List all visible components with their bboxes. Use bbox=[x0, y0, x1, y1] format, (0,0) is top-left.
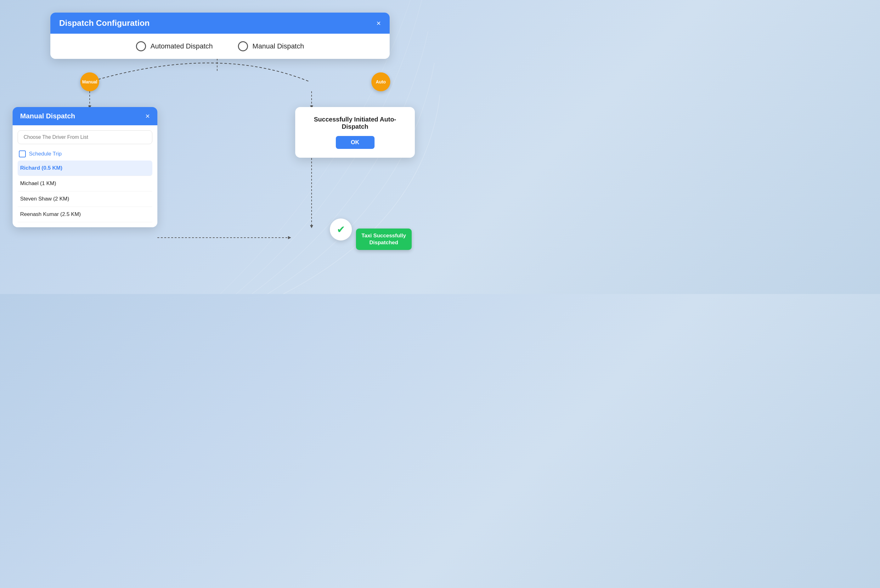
automated-dispatch-label: Automated Dispatch bbox=[150, 42, 213, 50]
driver-name: Reenash Kumar bbox=[20, 211, 59, 217]
dispatch-config-close[interactable]: × bbox=[376, 20, 381, 27]
driver-distance: (1 KM) bbox=[40, 180, 56, 186]
auto-dispatch-modal: Successfully Initiated Auto-Dispatch OK bbox=[295, 107, 415, 158]
manual-dispatch-option[interactable]: Manual Dispatch bbox=[238, 41, 304, 51]
driver-item[interactable]: Richard (0.5 KM) bbox=[18, 160, 152, 176]
driver-distance: (2 KM) bbox=[53, 196, 69, 202]
driver-search-input[interactable] bbox=[18, 130, 152, 144]
svg-marker-8 bbox=[288, 236, 291, 239]
driver-distance: (2.5 KM) bbox=[60, 211, 81, 217]
taxi-badge-line1: Taxi Successfully bbox=[361, 232, 406, 238]
driver-name: Steven Shaw bbox=[20, 196, 52, 202]
manual-dispatch-header: Manual Dispatch × bbox=[13, 107, 157, 125]
manual-dispatch-body: Schedule Trip Richard (0.5 KM) Michael (… bbox=[13, 125, 157, 227]
manual-dispatch-label: Manual Dispatch bbox=[252, 42, 304, 50]
auto-dispatch-message: Successfully Initiated Auto-Dispatch bbox=[305, 116, 405, 130]
driver-item[interactable]: Michael (1 KM) bbox=[18, 176, 152, 191]
svg-marker-6 bbox=[310, 225, 313, 228]
driver-list: Richard (0.5 KM) Michael (1 KM) Steven S… bbox=[18, 160, 152, 222]
canvas: Dispatch Configuration × Automated Dispa… bbox=[0, 0, 440, 294]
dispatch-config-header: Dispatch Configuration × bbox=[50, 13, 390, 34]
taxi-dispatched-badge: Taxi Successfully Dispatched bbox=[356, 228, 412, 250]
dispatch-config-body: Automated Dispatch Manual Dispatch bbox=[50, 34, 390, 59]
manual-dispatch-modal: Manual Dispatch × Schedule Trip Richard … bbox=[13, 107, 157, 227]
automated-dispatch-radio[interactable] bbox=[136, 41, 146, 51]
dispatch-config-title: Dispatch Configuration bbox=[59, 18, 150, 28]
schedule-trip-row: Schedule Trip bbox=[18, 148, 152, 160]
dispatch-config-modal: Dispatch Configuration × Automated Dispa… bbox=[50, 13, 390, 59]
automated-dispatch-option[interactable]: Automated Dispatch bbox=[136, 41, 213, 51]
manual-dispatch-close[interactable]: × bbox=[145, 112, 150, 120]
taxi-badge-line2: Dispatched bbox=[369, 240, 398, 246]
manual-dispatch-title: Manual Dispatch bbox=[20, 112, 75, 120]
driver-item[interactable]: Reenash Kumar (2.5 KM) bbox=[18, 207, 152, 222]
check-circle: ✔ bbox=[330, 219, 352, 240]
auto-label-badge: Auto bbox=[372, 72, 390, 91]
schedule-trip-label: Schedule Trip bbox=[29, 151, 62, 157]
driver-name: Richard bbox=[20, 165, 40, 171]
ok-button[interactable]: OK bbox=[336, 136, 375, 149]
driver-distance: (0.5 KM) bbox=[42, 165, 62, 171]
schedule-trip-checkbox[interactable] bbox=[19, 150, 26, 158]
manual-dispatch-radio[interactable] bbox=[238, 41, 248, 51]
manual-label-badge: Manual bbox=[80, 72, 99, 91]
driver-item[interactable]: Steven Shaw (2 KM) bbox=[18, 191, 152, 207]
driver-name: Michael bbox=[20, 180, 39, 186]
check-icon: ✔ bbox=[337, 224, 345, 236]
